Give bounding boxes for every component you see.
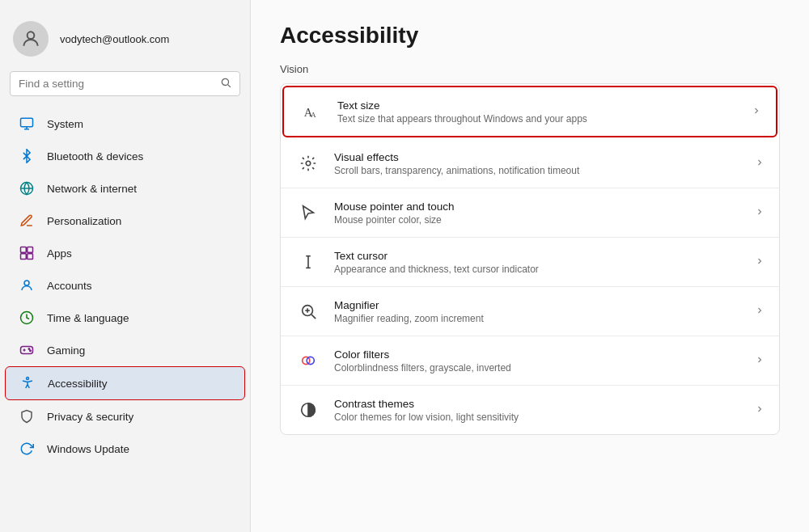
item-title-text-cursor: Text cursor bbox=[334, 250, 742, 262]
search-box[interactable] bbox=[10, 71, 240, 96]
sidebar-item-label: Personalization bbox=[47, 215, 121, 227]
settings-item-contrast-themes[interactable]: Contrast themes Color themes for low vis… bbox=[281, 386, 779, 434]
sidebar-item-bluetooth[interactable]: Bluetooth & devices bbox=[5, 140, 245, 172]
sidebar-item-time[interactable]: Time & language bbox=[5, 302, 245, 334]
sidebar-item-label: Accounts bbox=[47, 280, 92, 292]
item-text-text-size: Text size Text size that appears through… bbox=[337, 99, 739, 125]
search-icon bbox=[220, 77, 231, 91]
svg-rect-10 bbox=[21, 254, 27, 260]
user-section: vodytech@outlook.com bbox=[0, 10, 250, 71]
privacy-icon bbox=[18, 407, 36, 425]
sidebar-item-system[interactable]: System bbox=[5, 108, 245, 140]
update-icon bbox=[18, 440, 36, 458]
main-content: Accessibility Vision AA Text size Text s… bbox=[251, 0, 809, 532]
sidebar-item-apps[interactable]: Apps bbox=[5, 237, 245, 269]
item-desc-contrast-themes: Color themes for low vision, light sensi… bbox=[334, 412, 742, 423]
item-desc-text-cursor: Appearance and thickness, text cursor in… bbox=[334, 264, 742, 275]
time-icon bbox=[18, 309, 36, 327]
svg-line-29 bbox=[303, 167, 304, 169]
chevron-icon-text-cursor bbox=[755, 255, 765, 268]
svg-point-0 bbox=[28, 32, 35, 39]
svg-rect-9 bbox=[28, 247, 33, 253]
system-icon bbox=[18, 115, 36, 133]
svg-line-30 bbox=[312, 158, 314, 159]
item-text-color-filters: Color filters Colorblindness filters, gr… bbox=[334, 348, 742, 374]
item-title-visual-effects: Visual effects bbox=[334, 151, 742, 163]
personalization-icon bbox=[18, 212, 36, 230]
settings-item-mouse-pointer[interactable]: Mouse pointer and touch Mouse pointer co… bbox=[281, 188, 779, 238]
sidebar-item-privacy[interactable]: Privacy & security bbox=[5, 400, 245, 433]
svg-line-26 bbox=[312, 167, 314, 169]
sidebar-item-label: System bbox=[47, 118, 83, 130]
accessibility-icon bbox=[19, 374, 36, 392]
sidebar-item-gaming[interactable]: Gaming bbox=[5, 334, 245, 366]
contrast-themes-icon bbox=[295, 397, 321, 423]
sidebar: vodytech@outlook.com System Bluetooth & … bbox=[0, 0, 251, 532]
avatar bbox=[13, 21, 49, 57]
gaming-icon bbox=[18, 341, 36, 359]
visual-effects-icon bbox=[295, 150, 321, 176]
item-desc-visual-effects: Scroll bars, transparency, animations, n… bbox=[334, 165, 742, 176]
sidebar-item-label: Bluetooth & devices bbox=[47, 150, 143, 163]
svg-point-18 bbox=[30, 350, 32, 352]
item-title-mouse-pointer: Mouse pointer and touch bbox=[334, 201, 742, 213]
network-icon bbox=[18, 179, 36, 197]
chevron-icon-contrast-themes bbox=[755, 403, 765, 416]
apps-icon bbox=[18, 244, 36, 262]
svg-point-1 bbox=[222, 78, 228, 85]
mouse-pointer-icon bbox=[295, 200, 321, 226]
sidebar-item-label: Gaming bbox=[47, 344, 85, 357]
item-title-text-size: Text size bbox=[337, 99, 739, 112]
text-size-icon: AA bbox=[299, 99, 324, 125]
sidebar-item-label: Apps bbox=[47, 247, 72, 260]
accounts-icon bbox=[18, 277, 36, 294]
settings-item-text-cursor[interactable]: Text cursor Appearance and thickness, te… bbox=[281, 238, 779, 287]
settings-list: AA Text size Text size that appears thro… bbox=[280, 83, 780, 435]
item-text-magnifier: Magnifier Magnifier reading, zoom increm… bbox=[334, 299, 742, 324]
item-text-visual-effects: Visual effects Scroll bars, transparency… bbox=[334, 151, 742, 176]
item-desc-mouse-pointer: Mouse pointer color, size bbox=[334, 214, 742, 226]
svg-rect-8 bbox=[21, 247, 27, 253]
chevron-icon-magnifier bbox=[755, 305, 765, 318]
svg-rect-3 bbox=[21, 118, 33, 127]
svg-line-25 bbox=[303, 158, 304, 159]
settings-item-text-size[interactable]: AA Text size Text size that appears thro… bbox=[282, 86, 777, 137]
svg-point-22 bbox=[306, 161, 311, 166]
svg-point-12 bbox=[24, 281, 29, 285]
settings-item-color-filters[interactable]: Color filters Colorblindness filters, gr… bbox=[281, 336, 779, 386]
nav-list: System Bluetooth & devices Network & int… bbox=[0, 108, 250, 465]
section-label: Vision bbox=[280, 63, 780, 75]
sidebar-item-label: Windows Update bbox=[47, 443, 129, 455]
chevron-icon-visual-effects bbox=[755, 157, 765, 170]
item-desc-magnifier: Magnifier reading, zoom increment bbox=[334, 313, 742, 324]
settings-item-visual-effects[interactable]: Visual effects Scroll bars, transparency… bbox=[281, 139, 779, 188]
search-input[interactable] bbox=[19, 78, 214, 90]
svg-line-2 bbox=[228, 85, 231, 87]
sidebar-item-personalization[interactable]: Personalization bbox=[5, 205, 245, 237]
svg-point-39 bbox=[307, 357, 314, 364]
svg-line-35 bbox=[311, 315, 316, 319]
sidebar-item-label: Network & internet bbox=[47, 183, 137, 195]
item-title-magnifier: Magnifier bbox=[334, 299, 742, 311]
sidebar-item-accessibility[interactable]: Accessibility bbox=[5, 366, 245, 400]
sidebar-item-label: Accessibility bbox=[48, 378, 108, 390]
chevron-icon-color-filters bbox=[755, 354, 765, 367]
sidebar-item-network[interactable]: Network & internet bbox=[5, 172, 245, 205]
svg-point-17 bbox=[28, 348, 30, 350]
sidebar-item-label: Time & language bbox=[47, 312, 129, 324]
sidebar-item-accounts[interactable]: Accounts bbox=[5, 269, 245, 302]
user-email: vodytech@outlook.com bbox=[60, 33, 169, 45]
sidebar-item-update[interactable]: Windows Update bbox=[5, 433, 245, 465]
item-text-mouse-pointer: Mouse pointer and touch Mouse pointer co… bbox=[334, 201, 742, 226]
color-filters-icon bbox=[295, 348, 321, 374]
chevron-icon-text-size bbox=[752, 105, 761, 118]
item-desc-color-filters: Colorblindness filters, grayscale, inver… bbox=[334, 362, 742, 374]
item-title-contrast-themes: Contrast themes bbox=[334, 398, 742, 410]
sidebar-item-label: Privacy & security bbox=[47, 411, 133, 423]
page-title: Accessibility bbox=[280, 23, 780, 49]
text-cursor-icon bbox=[295, 249, 321, 275]
svg-point-19 bbox=[27, 378, 29, 380]
settings-item-magnifier[interactable]: Magnifier Magnifier reading, zoom increm… bbox=[281, 287, 779, 336]
item-text-text-cursor: Text cursor Appearance and thickness, te… bbox=[334, 250, 742, 275]
item-title-color-filters: Color filters bbox=[334, 348, 742, 361]
